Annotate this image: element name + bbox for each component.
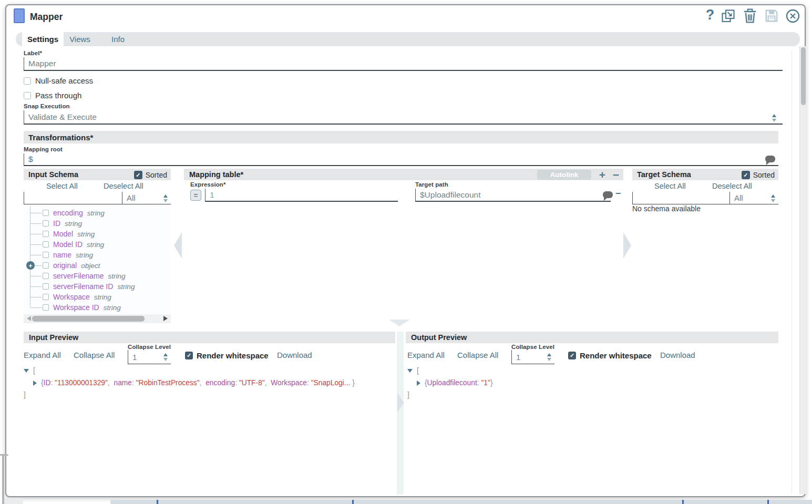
schema-field-checkbox[interactable] [43,273,49,279]
target-path-input[interactable] [415,189,611,202]
type-select-spinner-icon[interactable] [771,194,775,202]
remove-mapping-rows-button[interactable]: − [610,169,622,180]
collapse-target-schema-handle[interactable] [623,232,631,259]
schema-field-checkbox[interactable] [43,241,49,248]
target-schema-sorted-checkbox[interactable]: ✓ [742,171,750,179]
schema-field-type: string [87,241,104,249]
schema-field-checkbox[interactable] [43,283,49,290]
input-schema-sorted-checkbox[interactable]: ✓ [134,171,142,179]
select-spinner-icon[interactable] [772,114,776,122]
output-preview-download-link[interactable]: Download [660,351,695,359]
scroll-left-arrow-icon[interactable] [27,316,31,321]
schema-horizontal-scrollbar[interactable] [24,314,171,323]
tree-connector [30,297,42,297]
label-input[interactable] [24,57,783,71]
input-schema-type-select[interactable]: All [122,192,171,204]
input-preview-collapse-all-link[interactable]: Collapse All [74,351,115,359]
target-schema-deselect-all-link[interactable]: Deselect All [712,182,752,190]
type-select-spinner-icon[interactable] [163,194,168,202]
tree-connector [30,223,42,224]
input-schema-deselect-all-link[interactable]: Deselect All [104,182,143,190]
schema-field-row: Model IDstring [24,239,171,250]
scroll-thumb[interactable] [32,316,145,322]
collapse-level-input[interactable]: 1 [128,350,171,364]
save-icon[interactable] [765,9,778,23]
collapse-preview-handle[interactable] [389,320,410,326]
collapse-level-spinner-icon[interactable] [547,353,551,361]
help-icon[interactable]: ? [703,7,717,23]
collapse-level-input[interactable]: 1 [511,350,554,364]
target-schema-title: Target Schema [637,170,691,179]
collapse-level-spinner-icon[interactable] [163,353,168,361]
input-schema-filter-input[interactable] [24,192,122,204]
pass-through-checkbox[interactable] [24,92,31,99]
json-token: } [490,379,493,387]
schema-field-row: serverFilenamestring [24,271,171,281]
schema-field-type: string [77,230,95,238]
autolink-button[interactable]: Autolink [537,170,591,180]
expression-toggle-button[interactable]: = [190,190,201,201]
background-page-fragment [0,454,8,456]
json-token: , [265,379,271,387]
collapse-toggle-icon[interactable] [407,369,413,373]
target-schema-select-all-link[interactable]: Select All [654,182,686,190]
collapse-toggle-icon[interactable] [24,369,29,373]
schema-field-name: Model ID [53,240,83,249]
vertical-scroll-thumb[interactable] [801,47,806,105]
render-whitespace-checkbox[interactable]: ✓ [568,352,576,359]
schema-field-checkbox[interactable] [43,294,49,300]
tab-info[interactable]: Info [104,32,132,46]
target-schema-type-select[interactable]: All [729,192,778,204]
input-schema-select-all-link[interactable]: Select All [46,182,78,190]
schema-field-checkbox[interactable] [43,252,49,258]
schema-field-name: name [53,251,71,259]
close-icon[interactable] [785,8,800,24]
tab-views[interactable]: Views [64,32,96,46]
delete-row-button[interactable]: − [613,188,623,199]
schema-field-checkbox[interactable] [43,262,49,269]
content-edge-line [792,50,792,495]
expand-toggle-icon[interactable] [33,380,37,386]
expand-node-icon[interactable]: + [26,261,35,270]
null-safe-checkbox[interactable] [24,77,31,85]
pass-through-label: Pass through [35,91,81,100]
json-line: ] [407,389,775,401]
json-line: [ [24,365,392,377]
schema-field-checkbox[interactable] [43,231,49,237]
open-in-new-view-icon[interactable] [721,9,735,23]
target-path-caption: Target path [415,181,448,188]
output-preview-expand-all-link[interactable]: Expand All [407,351,445,359]
expand-preview-handle[interactable] [397,393,404,412]
json-token: Workspace [271,379,307,387]
schema-field-name: original [53,261,77,270]
collapse-input-schema-handle[interactable] [174,232,182,259]
tab-settings[interactable]: Settings [22,32,64,46]
comment-bubble-icon[interactable] [765,156,775,162]
preview-splitter[interactable] [397,332,404,495]
schema-field-checkbox[interactable] [43,210,49,216]
json-token: "1" [481,379,490,387]
input-schema-header: Input Schema ✓ Sorted [24,169,171,180]
no-schema-text: No schema available [632,204,701,213]
expand-toggle-icon[interactable] [417,380,420,386]
mapping-root-caption: Mapping root [24,146,63,152]
vertical-scrollbar[interactable] [799,46,806,494]
output-preview-title: Output Preview [411,333,467,342]
add-mapping-row-button[interactable]: + [597,169,608,180]
schema-field-checkbox[interactable] [43,304,49,311]
snap-execution-select[interactable]: Validate & Execute [24,110,783,125]
row-comment-bubble-icon[interactable] [603,191,613,198]
scroll-right-arrow-icon[interactable] [163,316,168,321]
output-preview-header: Output Preview [406,332,778,343]
expression-input[interactable] [205,189,398,202]
delete-snap-icon[interactable] [743,8,757,23]
input-preview-download-link[interactable]: Download [277,351,312,359]
json-token: : [235,379,239,387]
input-preview-expand-all-link[interactable]: Expand All [24,351,61,359]
schema-field-checkbox[interactable] [43,220,49,227]
output-preview-collapse-all-link[interactable]: Collapse All [457,351,498,359]
schema-field-row: encodingstring [24,208,171,218]
render-whitespace-checkbox[interactable]: ✓ [185,352,193,359]
target-schema-filter-input[interactable] [632,192,729,204]
mapping-root-input[interactable]: $ [24,153,778,166]
